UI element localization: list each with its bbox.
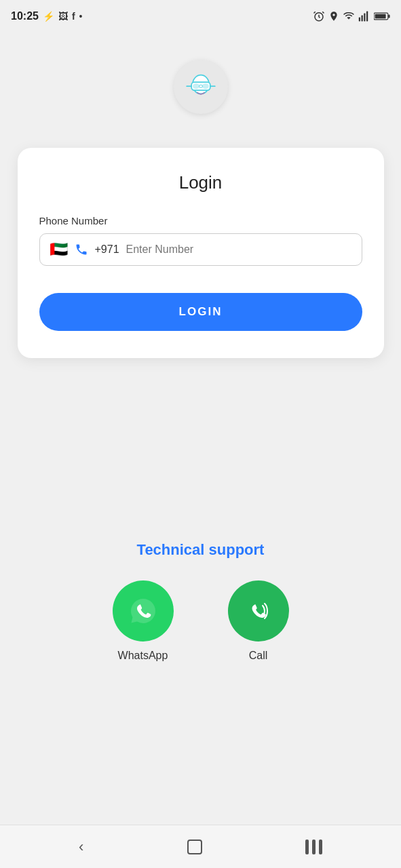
svg-rect-7 xyxy=(375,14,386,18)
tech-support-section: Technical support WhatsApp xyxy=(0,514,401,682)
call-circle xyxy=(228,580,289,642)
avatar-icon xyxy=(183,69,218,104)
wifi-icon xyxy=(343,10,355,22)
flag-emoji: 🇦🇪 xyxy=(50,242,68,257)
whatsapp-icon xyxy=(126,594,160,628)
svg-rect-12 xyxy=(199,85,202,87)
phone-field-label: Phone Number xyxy=(39,215,362,226)
spacer xyxy=(0,682,401,825)
phone-number-input[interactable] xyxy=(126,243,352,256)
phone-icon xyxy=(75,243,88,256)
home-button[interactable] xyxy=(187,840,202,854)
facebook-icon: f xyxy=(72,11,75,22)
svg-rect-3 xyxy=(364,14,365,22)
country-code: +971 xyxy=(95,243,119,256)
phone-input-wrapper[interactable]: 🇦🇪 +971 xyxy=(39,233,362,266)
svg-point-11 xyxy=(202,84,208,89)
menu-button[interactable] xyxy=(305,840,322,854)
avatar-container xyxy=(174,60,228,114)
status-bar: 10:25 ⚡ 🖼 f • xyxy=(0,0,401,33)
svg-rect-4 xyxy=(366,12,368,22)
battery-icon xyxy=(374,12,390,21)
status-left: 10:25 ⚡ 🖼 f • xyxy=(11,10,83,22)
svg-rect-2 xyxy=(362,16,363,22)
login-button[interactable]: LOGIN xyxy=(39,293,362,331)
svg-point-10 xyxy=(193,84,199,89)
whatsapp-circle xyxy=(113,580,174,642)
tech-support-title: Technical support xyxy=(137,541,265,559)
login-title: Login xyxy=(39,172,362,193)
alarm-icon xyxy=(313,10,325,22)
svg-rect-6 xyxy=(388,15,389,18)
call-icon xyxy=(242,594,275,628)
location-icon xyxy=(328,11,339,22)
bolt-icon: ⚡ xyxy=(43,11,54,22)
svg-rect-1 xyxy=(359,18,360,22)
whatsapp-support-item[interactable]: WhatsApp xyxy=(113,580,174,662)
image-icon: 🖼 xyxy=(58,11,68,22)
status-time: 10:25 xyxy=(11,10,39,22)
call-support-item[interactable]: Call xyxy=(228,580,289,662)
login-card: Login Phone Number 🇦🇪 +971 LOGIN xyxy=(18,148,384,358)
call-label: Call xyxy=(249,650,268,662)
main-content: Login Phone Number 🇦🇪 +971 LOGIN xyxy=(0,33,401,514)
signal-icon xyxy=(358,10,370,22)
status-right xyxy=(313,10,390,22)
support-buttons: WhatsApp Call xyxy=(113,580,289,662)
whatsapp-label: WhatsApp xyxy=(118,650,168,662)
dot-icon: • xyxy=(79,11,83,22)
bottom-nav: ‹ xyxy=(0,825,401,868)
back-button[interactable]: ‹ xyxy=(79,838,83,856)
